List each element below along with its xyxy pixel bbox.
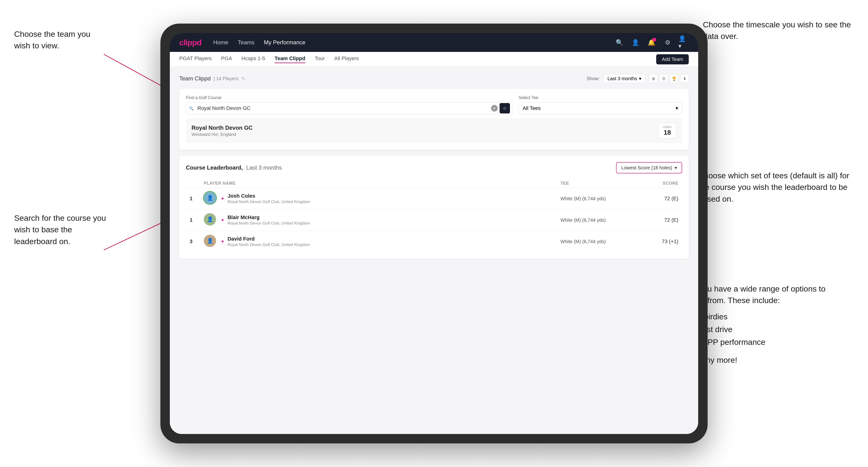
- find-course-label: Find a Golf Course: [186, 95, 513, 100]
- player-favorite-1[interactable]: ♥: [221, 196, 224, 201]
- annotation-top-right: Choose the timescale you wish to see the…: [703, 19, 856, 42]
- leaderboard-title-text: Course Leaderboard,: [186, 164, 243, 171]
- show-label: Show:: [587, 76, 600, 81]
- player-details-2: Blair McHarg Royal North Devon Golf Club…: [228, 214, 310, 226]
- chevron-down-icon: ▾: [639, 76, 641, 81]
- subnav-team-clippd[interactable]: Team Clippd: [275, 55, 305, 63]
- grid-view-button[interactable]: ⊞: [649, 74, 658, 83]
- page-background: Choose the team you wish to view. Search…: [0, 0, 868, 467]
- score-chevron-icon: ▾: [675, 165, 677, 170]
- player-row: 1 👤 ♥ Josh Coles Royal North Devon Golf …: [186, 188, 682, 209]
- show-timescale-dropdown[interactable]: Last 3 months ▾: [603, 74, 645, 83]
- main-content: Team Clippd | 14 Players ✎ Show: Last 3 …: [170, 67, 698, 434]
- subnav-hcaps[interactable]: Hcaps 1-5: [242, 55, 265, 63]
- player-name-1: Josh Coles: [228, 193, 310, 199]
- course-name: Royal North Devon GC: [191, 125, 253, 131]
- score-type-dropdown[interactable]: Lowest Score (18 holes) ▾: [616, 162, 682, 173]
- player-club-2: Royal North Devon Golf Club, United King…: [228, 221, 310, 226]
- edit-team-icon[interactable]: ✎: [241, 76, 245, 81]
- score-option-label: Lowest Score (18 holes): [621, 165, 672, 170]
- player-club-1: Royal North Devon Golf Club, United King…: [228, 199, 310, 204]
- tee-select-field: Select Tee All Tees ▾: [519, 95, 682, 115]
- course-search-section: Find a Golf Course 🔍 ✕ ☆ Select Tee: [179, 89, 689, 150]
- clear-search-button[interactable]: ✕: [491, 105, 498, 112]
- subnav-all-players[interactable]: All Players: [334, 55, 359, 63]
- tee-dropdown[interactable]: All Tees ▾: [519, 102, 682, 115]
- nav-links-container: Home Teams My Performance: [213, 39, 614, 46]
- course-search-field: Find a Golf Course 🔍 ✕ ☆: [186, 95, 513, 115]
- player-avatar-3: 👤: [204, 235, 216, 247]
- users-nav-icon[interactable]: 👤: [630, 37, 641, 48]
- notifications-nav-icon[interactable]: 🔔: [646, 37, 657, 48]
- player-tee-1: White (M) (6,744 yds): [560, 196, 631, 201]
- search-nav-icon[interactable]: 🔍: [614, 37, 625, 48]
- select-tee-label: Select Tee: [519, 95, 682, 100]
- col-rank: [190, 181, 204, 186]
- holes-value: 18: [663, 129, 672, 136]
- leaderboard-title: Course Leaderboard, Last 3 months: [186, 164, 282, 171]
- player-favorite-3[interactable]: ♥: [221, 239, 224, 244]
- download-button[interactable]: ⬇: [680, 74, 689, 83]
- team-title: Team Clippd | 14 Players ✎: [179, 75, 245, 82]
- player-rank-3: 3: [190, 239, 204, 245]
- annotation-top-left: Choose the team you wish to view.: [14, 28, 104, 52]
- favorite-button[interactable]: ☆: [500, 103, 510, 114]
- add-team-button[interactable]: Add Team: [656, 54, 689, 64]
- player-tee-3: White (M) (6,744 yds): [560, 239, 631, 244]
- player-details-1: Josh Coles Royal North Devon Golf Club, …: [228, 193, 310, 204]
- player-rank-1: 1: [190, 195, 204, 201]
- player-info-2: 👤 ♥ Blair McHarg Royal North Devon Golf …: [204, 213, 560, 227]
- player-avatar-ring-1: [203, 191, 217, 205]
- col-score: SCORE: [631, 181, 678, 186]
- course-details: Royal North Devon GC Westward Ho!, Engla…: [191, 125, 253, 137]
- leaderboard-section: Course Leaderboard, Last 3 months Lowest…: [179, 155, 689, 259]
- profile-nav-icon[interactable]: 👤▾: [678, 37, 689, 48]
- leaderboard-subtitle: Last 3 months: [246, 164, 282, 171]
- player-name-2: Blair McHarg: [228, 214, 310, 220]
- col-tee: TEE: [560, 181, 631, 186]
- sub-navigation: PGAT Players PGA Hcaps 1-5 Team Clippd T…: [170, 52, 698, 67]
- player-info-1: 👤 ♥ Josh Coles Royal North Devon Golf Cl…: [204, 192, 560, 206]
- subnav-pgat[interactable]: PGAT Players: [179, 55, 212, 63]
- list-view-button[interactable]: ☰: [659, 74, 668, 83]
- team-header: Team Clippd | 14 Players ✎ Show: Last 3 …: [179, 74, 689, 83]
- navigation-bar: clippd Home Teams My Performance 🔍 👤 🔔 ⚙…: [170, 33, 698, 52]
- subnav-tour[interactable]: Tour: [315, 55, 325, 63]
- player-score-3: 73 (+1): [631, 239, 678, 245]
- search-row: Find a Golf Course 🔍 ✕ ☆ Select Tee: [186, 95, 682, 115]
- search-icon: 🔍: [189, 106, 194, 111]
- annotation-middle-left: Search for the course you wish to base t…: [14, 212, 113, 247]
- player-avatar-2: 👤: [204, 213, 216, 225]
- holes-label: Holes: [663, 125, 672, 129]
- player-rank-2: 1: [190, 217, 204, 223]
- tee-value: All Tees: [523, 105, 541, 111]
- holes-box: Holes 18: [658, 123, 677, 138]
- leaderboard-header: Course Leaderboard, Last 3 months Lowest…: [186, 162, 682, 173]
- team-controls: Show: Last 3 months ▾ ⊞ ☰ 🏆 ⬇: [587, 74, 689, 83]
- player-score-1: 72 (E): [631, 195, 678, 201]
- player-favorite-2[interactable]: ♥: [221, 218, 224, 223]
- player-score-2: 72 (E): [631, 217, 678, 223]
- player-name-3: David Ford: [228, 236, 310, 242]
- trophy-view-button[interactable]: 🏆: [670, 74, 678, 83]
- settings-nav-icon[interactable]: ⚙: [662, 37, 673, 48]
- annotation-tee-selection: Choose which set of tees (default is all…: [698, 170, 854, 205]
- notification-badge: [652, 38, 656, 41]
- team-name: Team Clippd: [179, 75, 211, 82]
- nav-teams[interactable]: Teams: [238, 39, 254, 46]
- tee-chevron-icon: ▾: [676, 105, 678, 111]
- player-tee-2: White (M) (6,744 yds): [560, 217, 631, 223]
- player-row: 3 👤 ♥ David Ford Royal North Devon Golf …: [186, 231, 682, 252]
- view-toggle: ⊞ ☰ 🏆 ⬇: [649, 74, 689, 83]
- col-player-name: PLAYER NAME: [204, 181, 560, 186]
- tablet-device: clippd Home Teams My Performance 🔍 👤 🔔 ⚙…: [160, 24, 708, 443]
- table-header: PLAYER NAME TEE SCORE: [186, 179, 682, 188]
- show-value: Last 3 months: [607, 76, 637, 81]
- course-search-input[interactable]: [195, 102, 491, 114]
- nav-home[interactable]: Home: [213, 39, 228, 46]
- player-count: | 14 Players: [214, 76, 238, 81]
- subnav-pga[interactable]: PGA: [221, 55, 232, 63]
- nav-my-performance[interactable]: My Performance: [264, 39, 305, 46]
- search-input-wrapper: 🔍 ✕ ☆: [186, 102, 513, 115]
- player-info-3: 👤 ♥ David Ford Royal North Devon Golf Cl…: [204, 235, 560, 248]
